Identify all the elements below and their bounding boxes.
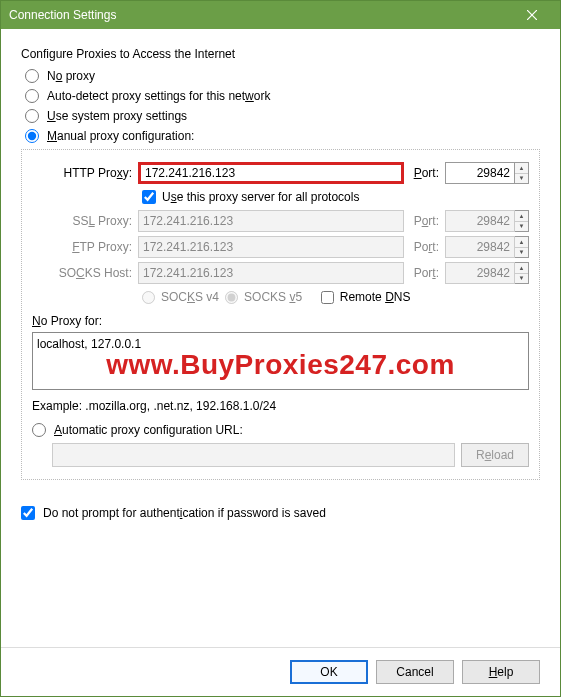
- no-proxy-radio[interactable]: [25, 69, 39, 83]
- socks-port-spinner: ▲▼: [515, 262, 529, 284]
- auto-url-option[interactable]: Automatic proxy configuration URL:: [32, 423, 529, 437]
- remote-dns-label: Remote DNS: [340, 290, 411, 304]
- auto-url-input: [52, 443, 455, 467]
- http-port-input[interactable]: [445, 162, 515, 184]
- titlebar: Connection Settings: [1, 1, 560, 29]
- content-area: Configure Proxies to Access the Internet…: [1, 29, 560, 647]
- manual-option[interactable]: Manual proxy configuration:: [25, 129, 540, 143]
- no-proxy-for-label: No Proxy for:: [32, 314, 529, 328]
- remote-dns-checkbox[interactable]: [321, 291, 334, 304]
- use-system-radio[interactable]: [25, 109, 39, 123]
- manual-label: Manual proxy configuration:: [47, 129, 194, 143]
- socks-host-row: SOCKS Host: Port: ▲▼: [32, 262, 529, 284]
- socks-host-input: [138, 262, 404, 284]
- socks-version-row: SOCKS v4 SOCKS v5 Remote DNS: [142, 290, 529, 304]
- ftp-port-spinner: ▲▼: [515, 236, 529, 258]
- ssl-proxy-label: SSL Proxy:: [32, 214, 132, 228]
- auth-prompt-row[interactable]: Do not prompt for authentication if pass…: [21, 506, 540, 520]
- example-text: Example: .mozilla.org, .net.nz, 192.168.…: [32, 399, 529, 413]
- cancel-button[interactable]: Cancel: [376, 660, 454, 684]
- ok-button[interactable]: OK: [290, 660, 368, 684]
- heading: Configure Proxies to Access the Internet: [21, 47, 540, 61]
- ssl-port-spinner: ▲▼: [515, 210, 529, 232]
- socks-port-input: [445, 262, 515, 284]
- no-proxy-option[interactable]: No proxy: [25, 69, 540, 83]
- no-proxy-for-textarea[interactable]: localhost, 127.0.0.1: [32, 332, 529, 390]
- http-proxy-input[interactable]: [138, 162, 404, 184]
- help-button[interactable]: Help: [462, 660, 540, 684]
- auth-prompt-checkbox[interactable]: [21, 506, 35, 520]
- auto-detect-option[interactable]: Auto-detect proxy settings for this netw…: [25, 89, 540, 103]
- ftp-proxy-label: FTP Proxy:: [32, 240, 132, 254]
- ftp-port-label: Port:: [414, 240, 439, 254]
- socks-port-label: Port:: [414, 266, 439, 280]
- footer: OK Cancel Help: [1, 647, 560, 696]
- socks-v5-label: SOCKS v5: [244, 290, 302, 304]
- use-all-row[interactable]: Use this proxy server for all protocols: [142, 190, 529, 204]
- use-all-label: Use this proxy server for all protocols: [162, 190, 359, 204]
- ssl-proxy-row: SSL Proxy: Port: ▲▼: [32, 210, 529, 232]
- ftp-proxy-row: FTP Proxy: Port: ▲▼: [32, 236, 529, 258]
- reload-button: Reload: [461, 443, 529, 467]
- http-port-label: Port:: [414, 166, 439, 180]
- auto-detect-radio[interactable]: [25, 89, 39, 103]
- manual-radio[interactable]: [25, 129, 39, 143]
- auto-url-row: Reload: [52, 443, 529, 467]
- window-title: Connection Settings: [9, 8, 512, 22]
- ssl-port-label: Port:: [414, 214, 439, 228]
- ssl-proxy-input: [138, 210, 404, 232]
- ssl-port-input: [445, 210, 515, 232]
- connection-settings-window: Connection Settings Configure Proxies to…: [0, 0, 561, 697]
- socks-v4-label: SOCKS v4: [161, 290, 219, 304]
- http-proxy-row: HTTP Proxy: Port: ▲▼: [32, 162, 529, 184]
- auto-url-radio[interactable]: [32, 423, 46, 437]
- use-all-checkbox[interactable]: [142, 190, 156, 204]
- manual-fieldset: HTTP Proxy: Port: ▲▼ Use this proxy serv…: [21, 149, 540, 480]
- use-system-label: Use system proxy settings: [47, 109, 187, 123]
- ftp-port-input: [445, 236, 515, 258]
- close-icon: [527, 10, 537, 20]
- close-button[interactable]: [512, 1, 552, 29]
- socks-host-label: SOCKS Host:: [32, 266, 132, 280]
- no-proxy-label: No proxy: [47, 69, 95, 83]
- http-proxy-label: HTTP Proxy:: [32, 166, 132, 180]
- use-system-option[interactable]: Use system proxy settings: [25, 109, 540, 123]
- auto-detect-label: Auto-detect proxy settings for this netw…: [47, 89, 270, 103]
- auth-prompt-label: Do not prompt for authentication if pass…: [43, 506, 326, 520]
- socks-v5-radio: [225, 291, 238, 304]
- auto-url-label: Automatic proxy configuration URL:: [54, 423, 243, 437]
- ftp-proxy-input: [138, 236, 404, 258]
- socks-v4-radio: [142, 291, 155, 304]
- http-port-spinner[interactable]: ▲▼: [515, 162, 529, 184]
